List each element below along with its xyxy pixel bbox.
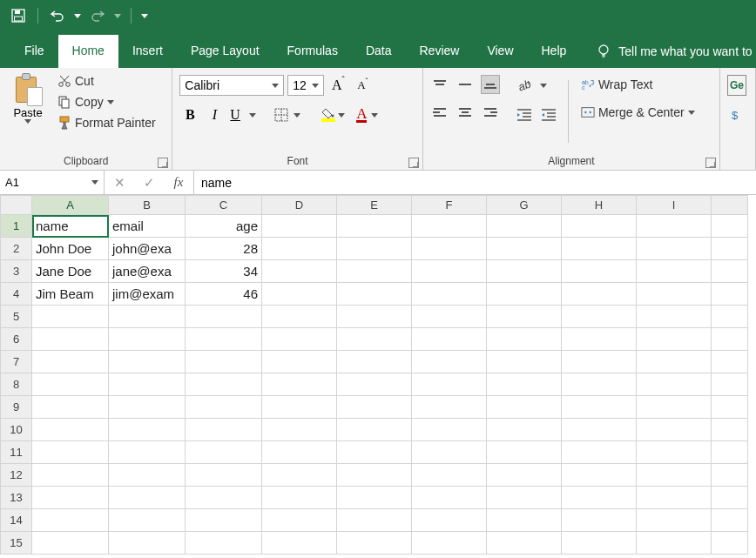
cell[interactable] xyxy=(712,238,748,260)
undo-dropdown-icon[interactable] xyxy=(74,14,81,18)
column-header[interactable]: H xyxy=(562,196,637,215)
cell[interactable] xyxy=(32,396,109,419)
name-box[interactable] xyxy=(0,171,105,194)
tab-view[interactable]: View xyxy=(473,35,527,68)
cell[interactable] xyxy=(412,487,487,509)
cell[interactable] xyxy=(412,283,487,306)
cell[interactable] xyxy=(109,464,186,487)
cell[interactable] xyxy=(337,532,412,555)
align-bottom-button[interactable] xyxy=(481,75,500,94)
column-header[interactable]: I xyxy=(637,196,712,215)
cell[interactable] xyxy=(337,509,412,532)
cell[interactable] xyxy=(32,419,109,441)
cell[interactable] xyxy=(109,328,186,351)
cell[interactable] xyxy=(337,419,412,441)
cell[interactable] xyxy=(32,509,109,532)
cell[interactable] xyxy=(712,283,748,306)
cell[interactable] xyxy=(32,464,109,487)
cell[interactable] xyxy=(186,351,262,373)
cell[interactable] xyxy=(562,238,637,260)
cell[interactable] xyxy=(712,351,748,373)
copy-button[interactable]: Copy xyxy=(54,92,159,111)
cell[interactable] xyxy=(412,509,487,532)
cell[interactable] xyxy=(262,283,337,306)
cell[interactable] xyxy=(412,328,487,351)
cell[interactable] xyxy=(487,441,562,464)
cell[interactable]: Jane Doe xyxy=(32,260,109,283)
cell[interactable] xyxy=(262,396,337,419)
cell[interactable] xyxy=(109,509,186,532)
tab-home[interactable]: Home xyxy=(58,35,118,68)
align-center-button[interactable] xyxy=(456,103,475,122)
qat-customize-icon[interactable] xyxy=(141,14,148,18)
cell[interactable] xyxy=(562,396,637,419)
cell[interactable] xyxy=(487,487,562,509)
cell[interactable] xyxy=(637,509,712,532)
cell[interactable] xyxy=(562,283,637,306)
cell[interactable] xyxy=(487,238,562,260)
row-header[interactable]: 3 xyxy=(1,260,32,283)
cell[interactable]: age xyxy=(186,215,262,238)
cell[interactable] xyxy=(109,419,186,441)
cell[interactable] xyxy=(637,306,712,328)
cell[interactable] xyxy=(562,328,637,351)
paste-dropdown-icon[interactable] xyxy=(24,119,31,124)
cell[interactable] xyxy=(337,396,412,419)
cell[interactable] xyxy=(412,441,487,464)
cell[interactable]: Jim Beam xyxy=(32,283,109,306)
cell[interactable] xyxy=(487,373,562,396)
dialog-launcher-icon[interactable] xyxy=(705,158,716,168)
accept-formula-button[interactable]: ✓ xyxy=(134,172,164,193)
row-header[interactable]: 10 xyxy=(1,419,32,441)
cell[interactable]: jane@exa xyxy=(109,260,186,283)
row-header[interactable]: 11 xyxy=(1,441,32,464)
italic-button[interactable]: I xyxy=(204,104,225,125)
wrap-text-button[interactable]: abc Wrap Text xyxy=(577,75,699,94)
increase-font-button[interactable]: Aˆ xyxy=(327,75,348,96)
cell[interactable] xyxy=(637,464,712,487)
cell[interactable] xyxy=(412,396,487,419)
cell[interactable] xyxy=(712,464,748,487)
column-header[interactable] xyxy=(712,196,748,215)
cell[interactable]: 46 xyxy=(186,283,262,306)
increase-indent-button[interactable] xyxy=(538,104,559,125)
cell[interactable] xyxy=(712,419,748,441)
cell[interactable] xyxy=(109,306,186,328)
column-header[interactable]: E xyxy=(337,196,412,215)
cell[interactable] xyxy=(337,441,412,464)
tab-review[interactable]: Review xyxy=(406,35,474,68)
cell[interactable] xyxy=(637,238,712,260)
align-top-button[interactable] xyxy=(430,75,449,94)
column-header[interactable]: A xyxy=(32,196,109,215)
cell[interactable] xyxy=(562,419,637,441)
row-header[interactable]: 5 xyxy=(1,306,32,328)
tab-formulas[interactable]: Formulas xyxy=(273,35,352,68)
copy-dropdown-icon[interactable] xyxy=(107,100,114,104)
fill-color-button[interactable] xyxy=(317,104,347,125)
spreadsheet-grid[interactable]: ABCDEFGHI1nameemailage2John Doejohn@exa2… xyxy=(0,195,756,558)
cell[interactable] xyxy=(562,351,637,373)
chevron-down-icon[interactable] xyxy=(91,180,98,185)
cell[interactable] xyxy=(712,509,748,532)
cell[interactable] xyxy=(487,328,562,351)
cell[interactable] xyxy=(412,419,487,441)
row-header[interactable]: 1 xyxy=(1,215,32,238)
decrease-font-button[interactable]: Aˇ xyxy=(352,75,373,96)
font-color-button[interactable]: A xyxy=(350,104,380,125)
cell[interactable] xyxy=(637,373,712,396)
tab-insert[interactable]: Insert xyxy=(118,35,177,68)
cell[interactable] xyxy=(712,260,748,283)
cell[interactable] xyxy=(337,464,412,487)
cell[interactable] xyxy=(487,306,562,328)
cell[interactable] xyxy=(262,441,337,464)
cell[interactable] xyxy=(562,509,637,532)
cell[interactable] xyxy=(562,306,637,328)
cell[interactable] xyxy=(186,509,262,532)
row-header[interactable]: 2 xyxy=(1,238,32,260)
select-all-corner[interactable] xyxy=(1,196,32,215)
cell[interactable] xyxy=(712,441,748,464)
cell[interactable] xyxy=(262,328,337,351)
cell[interactable] xyxy=(32,328,109,351)
cell[interactable] xyxy=(412,373,487,396)
cell[interactable] xyxy=(412,306,487,328)
